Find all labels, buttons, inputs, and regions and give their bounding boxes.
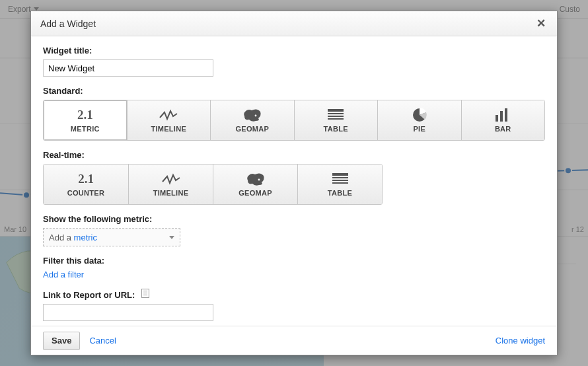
type-label: COUNTER [67, 189, 105, 197]
svg-rect-17 [332, 180, 348, 181]
standard-type-metric[interactable]: 2.1METRIC [44, 100, 127, 140]
widget-title-input[interactable] [43, 59, 213, 77]
standard-types-section: Standard: 2.1METRICTIMELINEGEOMAPTABLEPI… [43, 86, 545, 141]
close-icon: ✕ [536, 17, 546, 30]
svg-rect-15 [332, 173, 348, 176]
type-label: PIE [413, 125, 425, 133]
type-label: METRIC [71, 125, 100, 133]
svg-rect-8 [328, 116, 344, 117]
link-section: Link to Report or URL: [43, 289, 545, 321]
timeline-icon [159, 108, 178, 122]
timeline-icon [161, 172, 181, 186]
table-icon [328, 108, 344, 122]
widget-title-label: Widget title: [43, 46, 545, 55]
realtime-type-table[interactable]: TABLE [297, 165, 382, 204]
link-url-input[interactable] [43, 304, 213, 321]
svg-point-14 [258, 179, 260, 181]
realtime-type-grid: 2.1COUNTERTIMELINEGEOMAPTABLE [43, 164, 383, 205]
document-icon [141, 289, 149, 298]
standard-type-timeline[interactable]: TIMELINE [127, 100, 211, 140]
svg-rect-11 [496, 115, 498, 122]
widget-title-section: Widget title: [43, 46, 545, 77]
svg-rect-12 [500, 111, 503, 122]
svg-rect-9 [328, 118, 344, 120]
modal-footer: Save Cancel Clone widget [31, 326, 557, 355]
realtime-type-timeline[interactable]: TIMELINE [128, 165, 213, 204]
standard-label: Standard: [43, 86, 545, 96]
add-metric-dropdown[interactable]: Add a metric [43, 228, 180, 246]
type-label: GEOMAP [239, 189, 272, 197]
close-button[interactable]: ✕ [534, 17, 548, 30]
link-section-label: Link to Report or URL: [43, 290, 135, 300]
filter-section: Filter this data: Add a filter [43, 256, 545, 279]
standard-type-geomap[interactable]: GEOMAP [210, 100, 294, 140]
modal-body: Widget title: Standard: 2.1METRICTIMELIN… [31, 36, 557, 326]
cancel-link[interactable]: Cancel [89, 336, 116, 346]
svg-point-5 [254, 115, 256, 117]
save-button[interactable]: Save [43, 332, 80, 350]
type-label: TABLE [324, 125, 348, 133]
metric-section: Show the following metric: Add a metric [43, 214, 545, 246]
modal-title: Add a Widget [40, 18, 96, 29]
type-label: TIMELINE [151, 125, 186, 133]
type-label: TIMELINE [153, 189, 189, 197]
svg-rect-18 [332, 182, 348, 184]
table-icon [332, 172, 348, 186]
number-icon: 2.1 [77, 108, 93, 122]
type-label: BAR [495, 125, 511, 133]
standard-type-grid: 2.1METRICTIMELINEGEOMAPTABLEPIEBAR [43, 100, 545, 141]
svg-rect-6 [328, 109, 344, 112]
metric-section-label: Show the following metric: [43, 214, 545, 224]
clone-widget-link[interactable]: Clone widget [496, 336, 545, 346]
geomap-icon [242, 108, 262, 122]
filter-section-label: Filter this data: [43, 256, 545, 266]
realtime-label: Real-time: [43, 150, 545, 160]
bar-icon [494, 108, 511, 122]
standard-type-pie[interactable]: PIE [377, 100, 461, 140]
type-label: GEOMAP [235, 125, 269, 133]
modal-header: Add a Widget ✕ [31, 11, 557, 36]
svg-rect-7 [328, 113, 344, 114]
number-icon: 2.1 [78, 172, 94, 186]
svg-rect-13 [505, 108, 507, 122]
add-widget-modal: Add a Widget ✕ Widget title: Standard: 2… [30, 11, 558, 355]
realtime-types-section: Real-time: 2.1COUNTERTIMELINEGEOMAPTABLE [43, 150, 545, 205]
chevron-down-icon [169, 236, 174, 239]
realtime-type-counter[interactable]: 2.1COUNTER [44, 165, 128, 204]
standard-type-bar[interactable]: BAR [461, 100, 545, 140]
realtime-type-geomap[interactable]: GEOMAP [213, 165, 297, 204]
metric-text: Add a metric [49, 233, 97, 242]
add-filter-link[interactable]: Add a filter [43, 270, 84, 279]
geomap-icon [246, 172, 266, 186]
svg-rect-16 [332, 177, 348, 178]
standard-type-table[interactable]: TABLE [294, 100, 378, 140]
pie-icon [412, 108, 427, 122]
type-label: TABLE [328, 189, 352, 197]
